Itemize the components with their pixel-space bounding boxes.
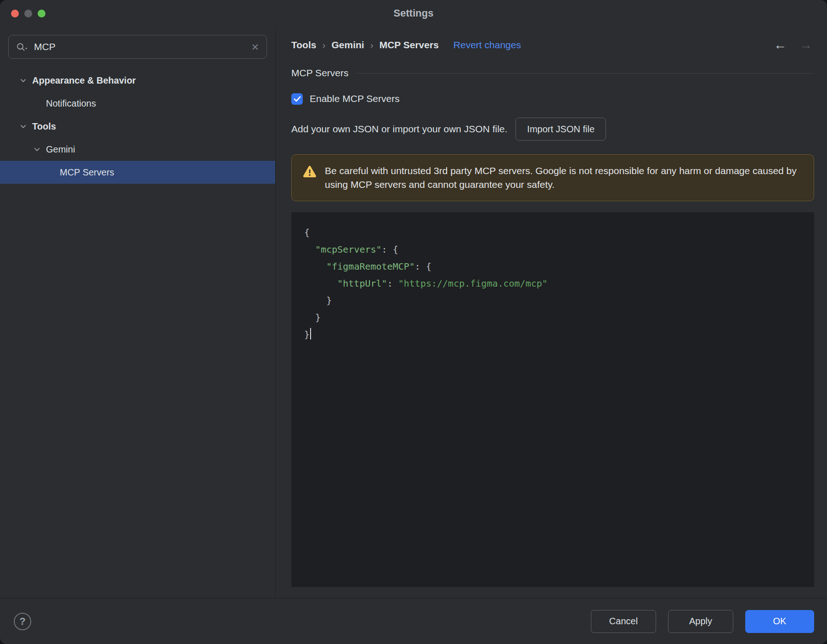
help-icon[interactable]: ? (14, 613, 31, 630)
settings-search-input[interactable] (34, 41, 245, 52)
import-row: Add your own JSON or import your own JSO… (291, 118, 814, 141)
tree-item-appearance-behavior[interactable]: Appearance & Behavior (0, 69, 275, 92)
footer-buttons: Cancel Apply OK (591, 610, 814, 633)
window-body: ✕ Appearance & BehaviorNotificationsTool… (0, 27, 827, 598)
clear-search-icon[interactable]: ✕ (251, 42, 259, 52)
warning-banner: Be careful with untrusted 3rd party MCP … (291, 154, 814, 201)
enable-mcp-row[interactable]: Enable MCP Servers (291, 93, 814, 105)
history-nav: ← → (774, 39, 812, 51)
warning-text: Be careful with untrusted 3rd party MCP … (325, 164, 803, 192)
code-line: } (304, 292, 801, 309)
tree-item-label: MCP Servers (60, 167, 114, 178)
titlebar: Settings (0, 0, 827, 27)
breadcrumb-separator-icon: › (322, 40, 325, 51)
import-instruction: Add your own JSON or import your own JSO… (291, 124, 507, 135)
chevron-down-icon[interactable] (32, 145, 46, 154)
chevron-down-icon[interactable] (18, 122, 32, 131)
apply-button[interactable]: Apply (668, 610, 733, 633)
settings-tree: Appearance & BehaviorNotificationsToolsG… (0, 64, 275, 184)
zoom-window-button[interactable] (38, 10, 45, 17)
tree-item-label: Tools (32, 121, 56, 132)
footer: ? Cancel Apply OK (0, 598, 827, 644)
tree-item-label: Appearance & Behavior (32, 75, 136, 86)
content-header: Tools › Gemini › MCP Servers Revert chan… (291, 38, 814, 52)
enable-mcp-checkbox[interactable] (291, 93, 303, 105)
settings-content: Tools › Gemini › MCP Servers Revert chan… (276, 27, 827, 598)
enable-mcp-label: Enable MCP Servers (310, 93, 400, 104)
code-line: "figmaRemoteMCP": { (304, 258, 801, 275)
tree-item-gemini[interactable]: Gemini (0, 138, 275, 161)
json-editor[interactable]: { "mcpServers": { "figmaRemoteMCP": { "h… (291, 212, 814, 587)
search-wrap: ✕ (0, 27, 275, 64)
code-line: "mcpServers": { (304, 241, 801, 258)
back-arrow-icon[interactable]: ← (774, 39, 787, 51)
window-title: Settings (394, 7, 434, 19)
ok-button[interactable]: OK (745, 610, 814, 633)
tree-item-tools[interactable]: Tools (0, 115, 275, 138)
code-line: "httpUrl": "https://mcp.figma.com/mcp" (304, 275, 801, 292)
breadcrumb-gemini[interactable]: Gemini (331, 40, 364, 51)
section-header: MCP Servers (291, 67, 814, 79)
close-window-button[interactable] (11, 10, 19, 17)
chevron-down-icon[interactable] (18, 76, 32, 85)
breadcrumb: Tools › Gemini › MCP Servers Revert chan… (291, 40, 521, 51)
cancel-button[interactable]: Cancel (591, 610, 656, 633)
warning-icon (303, 165, 317, 180)
tree-item-notifications[interactable]: Notifications (0, 92, 275, 115)
code-line: } (304, 326, 801, 343)
search-box: ✕ (8, 35, 267, 59)
breadcrumb-separator-icon: › (370, 40, 374, 51)
settings-window: Settings ✕ Appearance & BehaviorNot (0, 0, 827, 644)
section-divider (356, 73, 814, 73)
breadcrumb-tools[interactable]: Tools (291, 40, 316, 51)
search-icon (16, 42, 28, 52)
settings-sidebar: ✕ Appearance & BehaviorNotificationsTool… (0, 27, 276, 598)
forward-arrow-icon: → (799, 39, 812, 51)
tree-item-mcp-servers[interactable]: MCP Servers (0, 161, 275, 184)
code-line: } (304, 309, 801, 326)
breadcrumb-mcp-servers[interactable]: MCP Servers (380, 40, 439, 51)
tree-item-label: Notifications (46, 98, 96, 109)
traffic-lights (11, 0, 45, 27)
tree-item-label: Gemini (46, 144, 75, 155)
import-json-button[interactable]: Import JSON file (515, 118, 606, 141)
minimize-window-button (24, 10, 32, 17)
text-caret (310, 328, 311, 339)
code-line: { (304, 224, 801, 241)
section-title: MCP Servers (291, 68, 348, 79)
revert-changes-link[interactable]: Revert changes (453, 40, 521, 51)
